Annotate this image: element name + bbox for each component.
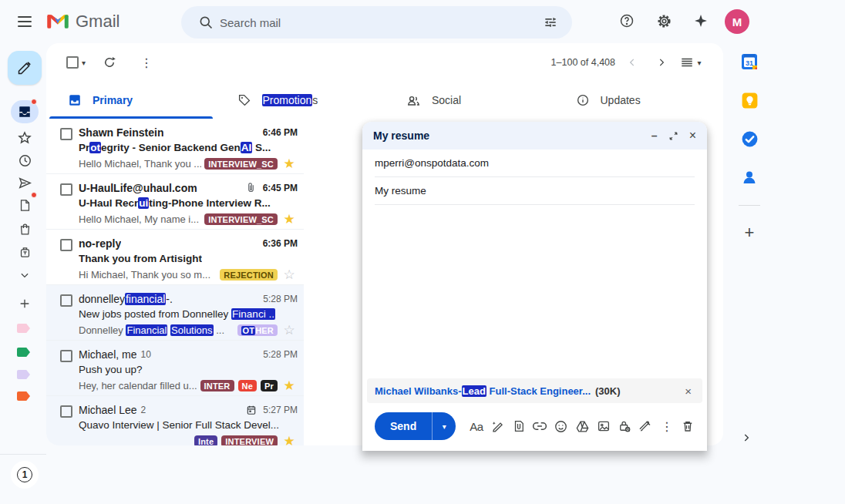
- send-options-button[interactable]: ▾: [433, 412, 456, 440]
- close-compose-button[interactable]: ×: [689, 129, 696, 143]
- email-label-chip: Inte: [194, 435, 217, 445]
- email-snippet: Hello Michael, My name i...: [79, 213, 201, 225]
- sidebar-more-toggle[interactable]: [11, 264, 39, 287]
- label-tag-orange-icon[interactable]: [17, 391, 30, 401]
- contacts-app-icon[interactable]: [739, 166, 760, 188]
- create-label-button[interactable]: [11, 292, 39, 315]
- older-page-icon[interactable]: [649, 50, 674, 75]
- tab-social[interactable]: Social: [385, 82, 554, 119]
- circled-one-indicator[interactable]: 1: [11, 461, 39, 489]
- compose-to-field[interactable]: mperri@onspotdata.com: [375, 150, 695, 177]
- more-send-options-icon[interactable]: ⋮: [657, 414, 676, 438]
- subject-value: My resume: [375, 185, 426, 197]
- drafts-dot: [31, 192, 37, 198]
- sidebar-item-sent[interactable]: [11, 171, 39, 194]
- compose-button[interactable]: [8, 51, 42, 85]
- select-all-checkbox[interactable]: [66, 56, 79, 69]
- email-row[interactable]: no-reply 6:36 PM Thank you from Artisigh…: [46, 230, 304, 285]
- insert-link-icon[interactable]: [530, 414, 550, 438]
- luggage-icon: [19, 246, 32, 259]
- settings-gear-icon[interactable]: [649, 6, 678, 35]
- formatting-options-button[interactable]: Aa: [466, 414, 486, 438]
- sidebar-item-starred[interactable]: [11, 126, 39, 150]
- refresh-icon[interactable]: [96, 49, 123, 76]
- search-options-icon[interactable]: [537, 15, 564, 30]
- sidebar-item-snoozed[interactable]: [11, 149, 39, 172]
- confidential-mode-icon[interactable]: [614, 414, 634, 438]
- email-row[interactable]: Michael Lee 2 5:27 PM Quavo Interview | …: [46, 396, 304, 445]
- insert-emoji-icon[interactable]: [551, 414, 571, 438]
- tab-promotions[interactable]: Promotions: [216, 82, 385, 119]
- star-toggle[interactable]: ☆: [281, 267, 298, 283]
- drive-icon[interactable]: [572, 414, 591, 438]
- email-checkbox[interactable]: [60, 294, 72, 307]
- sidebar-item-drafts[interactable]: [11, 193, 39, 217]
- email-sender: U-HaulLife@uhaul.com: [79, 182, 197, 194]
- star-toggle[interactable]: ★: [281, 156, 298, 172]
- social-people-icon: [406, 93, 421, 108]
- main-menu-icon[interactable]: [9, 6, 40, 37]
- tab-updates[interactable]: Updates: [554, 82, 724, 119]
- attachment-name[interactable]: Michael Wilbanks-Lead Full-Stack Enginee…: [375, 385, 591, 397]
- email-list: Shawn Feinstein 6:46 PM Protegrity - Sen…: [46, 119, 304, 445]
- compose-body[interactable]: [362, 205, 707, 378]
- search-bar[interactable]: [181, 6, 572, 39]
- email-row[interactable]: donnelleyfinancial-. 5:28 PM New jobs po…: [46, 285, 304, 341]
- email-checkbox[interactable]: [60, 239, 72, 251]
- sidebar-item-trips[interactable]: [11, 240, 39, 264]
- search-input[interactable]: [220, 16, 537, 29]
- discard-draft-icon[interactable]: [678, 414, 698, 438]
- email-labels: INTERVIEW_SC: [204, 213, 278, 225]
- attachment-chip[interactable]: Michael Wilbanks-Lead Full-Stack Enginee…: [367, 378, 702, 403]
- email-checkbox[interactable]: [60, 183, 72, 196]
- select-dropdown-icon[interactable]: ▾: [82, 59, 86, 67]
- gemini-sparkle-icon[interactable]: [686, 6, 715, 35]
- tab-primary[interactable]: Primary: [46, 82, 216, 119]
- insert-image-icon[interactable]: [594, 414, 613, 438]
- attach-file-icon[interactable]: [509, 414, 528, 438]
- keep-app-icon[interactable]: [739, 89, 760, 111]
- star-toggle[interactable]: ★: [281, 211, 298, 227]
- label-tag-green-icon[interactable]: [17, 348, 30, 357]
- label-tag-pink-icon[interactable]: [17, 324, 30, 333]
- tasks-app-icon[interactable]: [739, 128, 760, 150]
- minimize-button[interactable]: –: [651, 129, 658, 142]
- email-labels: InteINTERVIEW: [194, 435, 278, 445]
- density-split-icon[interactable]: ▾: [678, 50, 703, 75]
- email-checkbox[interactable]: [60, 128, 72, 140]
- more-options-icon[interactable]: ⋮: [133, 49, 160, 76]
- help-icon[interactable]: [612, 6, 641, 35]
- primary-inbox-icon: [68, 93, 82, 107]
- star-toggle[interactable]: ★: [281, 433, 298, 445]
- email-checkbox[interactable]: [60, 405, 72, 418]
- email-subject: Push you up?: [79, 364, 143, 375]
- show-side-panel-icon[interactable]: [736, 427, 757, 449]
- compose-subject-field[interactable]: My resume: [375, 177, 695, 205]
- email-row[interactable]: Shawn Feinstein 6:46 PM Protegrity - Sen…: [46, 119, 304, 174]
- star-toggle[interactable]: ★: [281, 378, 298, 394]
- email-labels: REJECTION: [220, 269, 278, 281]
- promotions-tag-icon: [237, 93, 251, 107]
- add-addon-button[interactable]: +: [745, 223, 755, 243]
- calendar-app-icon[interactable]: 31: [739, 51, 760, 72]
- chevron-down-icon: [19, 270, 30, 281]
- email-sender: Michael Lee: [79, 404, 137, 416]
- remove-attachment-button[interactable]: ×: [682, 385, 695, 398]
- send-button[interactable]: Send: [375, 412, 433, 440]
- compose-header[interactable]: My resume – ×: [362, 122, 707, 150]
- star-toggle[interactable]: ☆: [281, 322, 298, 338]
- signature-pen-icon[interactable]: [636, 414, 655, 438]
- email-snippet: Donnelley Financial Solutions ...: [79, 324, 234, 336]
- email-checkbox[interactable]: [60, 350, 72, 362]
- help-me-write-icon[interactable]: [488, 414, 507, 438]
- sidebar-item-inbox[interactable]: [11, 100, 39, 123]
- label-tag-lavender-icon[interactable]: [17, 370, 30, 379]
- popout-button[interactable]: [668, 131, 678, 141]
- search-icon[interactable]: [192, 15, 220, 30]
- email-subject: U-Haul Recruiting-Phone Interview R...: [79, 197, 271, 209]
- sidebar-item-purchases[interactable]: [11, 217, 39, 240]
- account-avatar[interactable]: M: [725, 9, 749, 34]
- email-row[interactable]: Michael, me 10 5:28 PM Push you up? Hey,…: [46, 341, 304, 396]
- newer-page-icon[interactable]: [620, 50, 645, 75]
- email-row[interactable]: U-HaulLife@uhaul.com 6:45 PM U-Haul Recr…: [46, 174, 304, 230]
